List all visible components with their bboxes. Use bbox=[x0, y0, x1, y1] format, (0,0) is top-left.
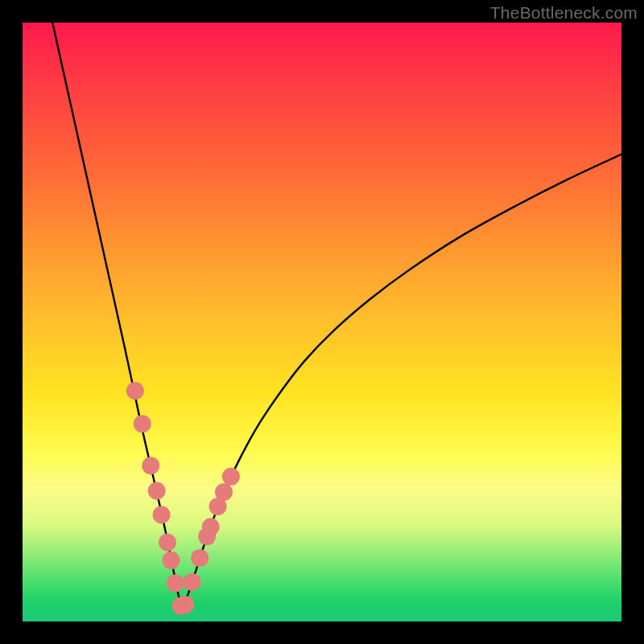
marker-dot bbox=[126, 382, 144, 400]
watermark-text: TheBottleneck.com bbox=[490, 3, 638, 23]
curve-right bbox=[182, 155, 621, 611]
marker-dot bbox=[222, 468, 240, 485]
plot-area bbox=[23, 23, 621, 621]
chart-frame: TheBottleneck.com bbox=[0, 0, 644, 644]
marker-dot bbox=[184, 573, 201, 591]
marker-dot bbox=[202, 518, 220, 535]
marker-dot bbox=[163, 551, 180, 569]
marker-dots bbox=[126, 382, 240, 615]
marker-dot bbox=[153, 506, 171, 524]
marker-dot bbox=[142, 457, 159, 475]
marker-dot bbox=[134, 415, 151, 432]
marker-dot bbox=[167, 574, 184, 592]
marker-dot bbox=[176, 596, 194, 613]
curve-layer bbox=[23, 23, 621, 621]
v-curve bbox=[52, 23, 621, 611]
marker-dot bbox=[148, 482, 166, 500]
marker-dot bbox=[159, 534, 176, 551]
marker-dot bbox=[191, 549, 208, 567]
marker-dot bbox=[215, 483, 233, 501]
